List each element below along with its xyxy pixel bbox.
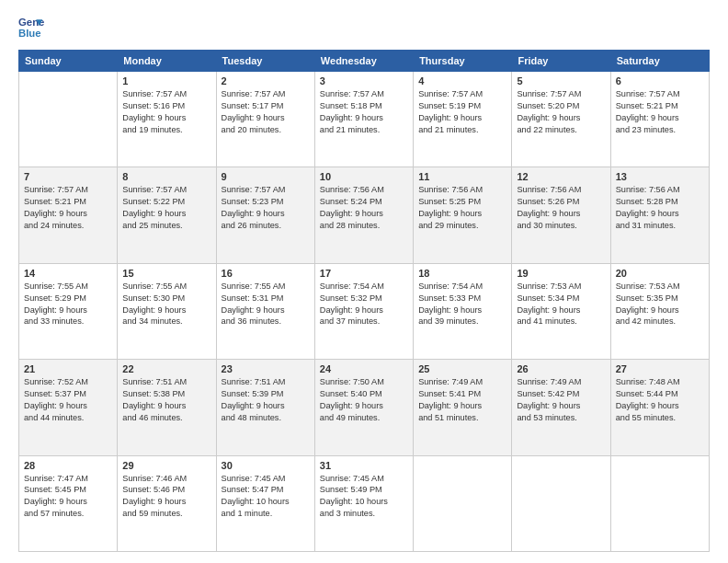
day-number: 19 <box>517 268 605 279</box>
day-number: 31 <box>320 460 408 471</box>
svg-text:Blue: Blue <box>18 28 41 39</box>
day-info: Sunrise: 7:49 AMSunset: 5:42 PMDaylight:… <box>517 376 605 424</box>
day-info: Sunrise: 7:54 AMSunset: 5:33 PMDaylight:… <box>418 281 506 328</box>
day-header-sunday: Sunday <box>19 51 118 72</box>
calendar-cell: 16Sunrise: 7:55 AMSunset: 5:31 PMDayligh… <box>216 263 314 359</box>
calendar-cell: 30Sunrise: 7:45 AMSunset: 5:47 PMDayligh… <box>216 455 314 551</box>
day-info: Sunrise: 7:54 AMSunset: 5:32 PMDaylight:… <box>320 281 408 328</box>
day-info: Sunrise: 7:53 AMSunset: 5:35 PMDaylight:… <box>616 281 704 328</box>
day-number: 6 <box>616 75 704 86</box>
day-number: 20 <box>616 268 704 279</box>
calendar-cell: 3Sunrise: 7:57 AMSunset: 5:18 PMDaylight… <box>314 72 413 167</box>
day-header-thursday: Thursday <box>414 51 512 72</box>
day-number: 24 <box>320 363 408 374</box>
calendar-cell: 2Sunrise: 7:57 AMSunset: 5:17 PMDaylight… <box>216 72 314 167</box>
day-number: 2 <box>222 75 310 86</box>
calendar-cell: 14Sunrise: 7:55 AMSunset: 5:29 PMDayligh… <box>19 263 118 359</box>
day-number: 18 <box>418 268 506 279</box>
day-number: 17 <box>320 268 408 279</box>
calendar-cell: 26Sunrise: 7:49 AMSunset: 5:42 PMDayligh… <box>512 360 610 455</box>
day-number: 4 <box>418 75 506 86</box>
day-number: 9 <box>222 171 310 182</box>
day-info: Sunrise: 7:45 AMSunset: 5:49 PMDaylight:… <box>320 473 408 521</box>
day-number: 23 <box>222 363 310 374</box>
day-number: 27 <box>616 363 704 374</box>
calendar-header-row: SundayMondayTuesdayWednesdayThursdayFrid… <box>19 51 710 72</box>
calendar-cell <box>414 455 512 551</box>
calendar-cell: 4Sunrise: 7:57 AMSunset: 5:19 PMDaylight… <box>414 72 512 167</box>
day-header-saturday: Saturday <box>610 51 709 72</box>
calendar-week-2: 7Sunrise: 7:57 AMSunset: 5:21 PMDaylight… <box>19 167 710 263</box>
day-info: Sunrise: 7:52 AMSunset: 5:37 PMDaylight:… <box>24 376 112 424</box>
day-info: Sunrise: 7:49 AMSunset: 5:41 PMDaylight:… <box>418 376 506 424</box>
calendar-cell: 9Sunrise: 7:57 AMSunset: 5:23 PMDaylight… <box>216 167 314 263</box>
day-number: 29 <box>122 460 210 471</box>
calendar-cell: 20Sunrise: 7:53 AMSunset: 5:35 PMDayligh… <box>610 263 709 359</box>
day-number: 25 <box>418 363 506 374</box>
calendar-cell: 10Sunrise: 7:56 AMSunset: 5:24 PMDayligh… <box>314 167 413 263</box>
calendar-cell: 6Sunrise: 7:57 AMSunset: 5:21 PMDaylight… <box>610 72 709 167</box>
day-number: 8 <box>122 171 210 182</box>
day-info: Sunrise: 7:55 AMSunset: 5:30 PMDaylight:… <box>122 281 210 328</box>
day-info: Sunrise: 7:57 AMSunset: 5:22 PMDaylight:… <box>122 184 210 232</box>
day-info: Sunrise: 7:50 AMSunset: 5:40 PMDaylight:… <box>320 376 408 424</box>
day-info: Sunrise: 7:55 AMSunset: 5:31 PMDaylight:… <box>222 281 310 328</box>
calendar-week-4: 21Sunrise: 7:52 AMSunset: 5:37 PMDayligh… <box>19 360 710 455</box>
day-number: 3 <box>320 75 408 86</box>
day-info: Sunrise: 7:57 AMSunset: 5:16 PMDaylight:… <box>122 88 210 136</box>
calendar-cell: 17Sunrise: 7:54 AMSunset: 5:32 PMDayligh… <box>314 263 413 359</box>
day-info: Sunrise: 7:56 AMSunset: 5:28 PMDaylight:… <box>616 184 704 232</box>
calendar-cell: 11Sunrise: 7:56 AMSunset: 5:25 PMDayligh… <box>414 167 512 263</box>
day-number: 7 <box>24 171 112 182</box>
day-number: 30 <box>222 460 310 471</box>
calendar-cell: 18Sunrise: 7:54 AMSunset: 5:33 PMDayligh… <box>414 263 512 359</box>
day-info: Sunrise: 7:45 AMSunset: 5:47 PMDaylight:… <box>222 473 310 521</box>
calendar-cell: 15Sunrise: 7:55 AMSunset: 5:30 PMDayligh… <box>118 263 216 359</box>
day-info: Sunrise: 7:56 AMSunset: 5:24 PMDaylight:… <box>320 184 408 232</box>
calendar-cell: 13Sunrise: 7:56 AMSunset: 5:28 PMDayligh… <box>610 167 709 263</box>
day-number: 21 <box>24 363 112 374</box>
calendar-cell: 28Sunrise: 7:47 AMSunset: 5:45 PMDayligh… <box>19 455 118 551</box>
calendar-cell: 29Sunrise: 7:46 AMSunset: 5:46 PMDayligh… <box>118 455 216 551</box>
day-info: Sunrise: 7:47 AMSunset: 5:45 PMDaylight:… <box>24 473 112 521</box>
day-info: Sunrise: 7:51 AMSunset: 5:38 PMDaylight:… <box>122 376 210 424</box>
logo: General Blue <box>18 15 44 40</box>
calendar-week-5: 28Sunrise: 7:47 AMSunset: 5:45 PMDayligh… <box>19 455 710 551</box>
day-info: Sunrise: 7:57 AMSunset: 5:17 PMDaylight:… <box>222 88 310 136</box>
day-number: 5 <box>517 75 605 86</box>
day-header-monday: Monday <box>118 51 216 72</box>
day-info: Sunrise: 7:46 AMSunset: 5:46 PMDaylight:… <box>122 473 210 521</box>
calendar-cell: 12Sunrise: 7:56 AMSunset: 5:26 PMDayligh… <box>512 167 610 263</box>
calendar-cell: 1Sunrise: 7:57 AMSunset: 5:16 PMDaylight… <box>118 72 216 167</box>
calendar-cell: 24Sunrise: 7:50 AMSunset: 5:40 PMDayligh… <box>314 360 413 455</box>
day-number: 11 <box>418 171 506 182</box>
day-number: 12 <box>517 171 605 182</box>
day-info: Sunrise: 7:57 AMSunset: 5:21 PMDaylight:… <box>24 184 112 232</box>
calendar-cell: 5Sunrise: 7:57 AMSunset: 5:20 PMDaylight… <box>512 72 610 167</box>
calendar-cell: 19Sunrise: 7:53 AMSunset: 5:34 PMDayligh… <box>512 263 610 359</box>
calendar-cell <box>610 455 709 551</box>
calendar-cell: 7Sunrise: 7:57 AMSunset: 5:21 PMDaylight… <box>19 167 118 263</box>
calendar-week-3: 14Sunrise: 7:55 AMSunset: 5:29 PMDayligh… <box>19 263 710 359</box>
calendar-cell: 25Sunrise: 7:49 AMSunset: 5:41 PMDayligh… <box>414 360 512 455</box>
day-number: 13 <box>616 171 704 182</box>
page-header: General Blue <box>18 15 710 40</box>
day-number: 22 <box>122 363 210 374</box>
day-number: 28 <box>24 460 112 471</box>
day-number: 26 <box>517 363 605 374</box>
calendar-cell <box>19 72 118 167</box>
day-info: Sunrise: 7:57 AMSunset: 5:18 PMDaylight:… <box>320 88 408 136</box>
day-header-tuesday: Tuesday <box>216 51 314 72</box>
day-info: Sunrise: 7:57 AMSunset: 5:21 PMDaylight:… <box>616 88 704 136</box>
calendar-cell: 21Sunrise: 7:52 AMSunset: 5:37 PMDayligh… <box>19 360 118 455</box>
day-info: Sunrise: 7:51 AMSunset: 5:39 PMDaylight:… <box>222 376 310 424</box>
day-info: Sunrise: 7:57 AMSunset: 5:20 PMDaylight:… <box>517 88 605 136</box>
calendar-cell: 23Sunrise: 7:51 AMSunset: 5:39 PMDayligh… <box>216 360 314 455</box>
calendar-cell: 22Sunrise: 7:51 AMSunset: 5:38 PMDayligh… <box>118 360 216 455</box>
day-number: 14 <box>24 268 112 279</box>
day-info: Sunrise: 7:56 AMSunset: 5:25 PMDaylight:… <box>418 184 506 232</box>
calendar-week-1: 1Sunrise: 7:57 AMSunset: 5:16 PMDaylight… <box>19 72 710 167</box>
calendar-table: SundayMondayTuesdayWednesdayThursdayFrid… <box>18 50 710 552</box>
day-info: Sunrise: 7:55 AMSunset: 5:29 PMDaylight:… <box>24 281 112 328</box>
day-info: Sunrise: 7:53 AMSunset: 5:34 PMDaylight:… <box>517 281 605 328</box>
